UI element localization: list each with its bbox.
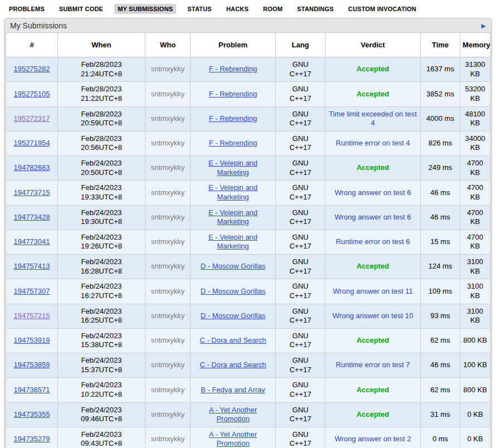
cell-problem: F - Rebrending xyxy=(191,131,276,155)
user-handle[interactable]: sntmxykky xyxy=(151,163,185,172)
submission-id-link[interactable]: 195272317 xyxy=(13,114,50,123)
verdict-label: Accepted xyxy=(357,336,390,344)
language-label: GNU C++17 xyxy=(288,356,313,374)
problem-link[interactable]: F - Rebrending xyxy=(209,90,257,98)
cell-lang: GNU C++17 xyxy=(276,57,325,82)
exec-time: 1637 ms xyxy=(426,65,454,73)
submission-id-link[interactable]: 194753859 xyxy=(13,361,50,369)
cell-when: Feb/28/202321:22UTC+8 xyxy=(58,82,145,106)
problem-link[interactable]: F - Rebrending xyxy=(209,65,257,73)
problem-link[interactable]: A - Yet Another Promotion xyxy=(209,430,257,448)
submission-id-link[interactable]: 194757307 xyxy=(13,287,50,295)
table-header-row: #WhenWhoProblemLangVerdictTimeMemory xyxy=(6,33,490,57)
user-handle[interactable]: sntmxykky xyxy=(151,435,185,443)
nav-item-problems[interactable]: PROBLEMS xyxy=(6,4,48,14)
problem-link[interactable]: B - Fedya and Array xyxy=(201,386,265,394)
exec-time: 109 ms xyxy=(429,287,453,295)
user-handle[interactable]: sntmxykky xyxy=(151,90,185,98)
submission-id-link[interactable]: 195275105 xyxy=(13,90,50,98)
problem-link[interactable]: E - Velepin and Marketing xyxy=(208,159,257,177)
user-handle[interactable]: sntmxykky xyxy=(151,410,185,418)
submission-row: 195275282Feb/28/202321:24UTC+8sntmxykkyF… xyxy=(6,57,490,82)
submission-id-link[interactable]: 194757215 xyxy=(13,311,50,320)
cell-who: sntmxykky xyxy=(145,427,191,448)
problem-link[interactable]: C - Dora and Search xyxy=(200,336,266,344)
cell-who: sntmxykky xyxy=(145,106,191,131)
cell-time: 15 ms xyxy=(421,230,460,254)
problem-link[interactable]: F - Rebrending xyxy=(209,114,257,123)
cell-id: 194773041 xyxy=(6,230,58,254)
submission-id-link[interactable]: 194735279 xyxy=(13,435,50,443)
user-handle[interactable]: sntmxykky xyxy=(151,237,185,246)
cell-when: Feb/24/202309:43UTC+8 xyxy=(58,427,145,448)
submission-id-link[interactable]: 194753919 xyxy=(13,336,50,344)
cell-time: 46 ms xyxy=(421,353,460,378)
cell-time: 62 ms xyxy=(421,328,460,353)
user-handle[interactable]: sntmxykky xyxy=(151,386,185,394)
user-handle[interactable]: sntmxykky xyxy=(151,361,185,369)
user-handle[interactable]: sntmxykky xyxy=(151,188,185,197)
verdict-label: Accepted xyxy=(357,410,390,418)
user-handle[interactable]: sntmxykky xyxy=(151,139,185,147)
nav-item-submit-code[interactable]: SUBMIT CODE xyxy=(56,4,106,14)
problem-link[interactable]: D - Moscow Gorillas xyxy=(201,311,265,320)
problem-link[interactable]: D - Moscow Gorillas xyxy=(201,262,265,270)
problem-link[interactable]: E - Velepin and Marketing xyxy=(208,183,257,201)
exec-time: 62 ms xyxy=(430,336,450,344)
user-handle[interactable]: sntmxykky xyxy=(151,213,185,221)
cell-id: 194782683 xyxy=(6,156,58,181)
cell-lang: GNU C++17 xyxy=(276,353,325,378)
cell-problem: D - Moscow Gorillas xyxy=(191,304,276,328)
cell-lang: GNU C++17 xyxy=(276,230,325,254)
language-label: GNU C++17 xyxy=(288,282,313,300)
cell-problem: A - Yet Another Promotion xyxy=(191,402,276,427)
problem-link[interactable]: E - Velepin and Marketing xyxy=(208,233,257,251)
user-handle[interactable]: sntmxykky xyxy=(151,114,185,123)
submission-id-link[interactable]: 194773428 xyxy=(13,213,50,221)
submission-id-link[interactable]: 194773715 xyxy=(13,188,50,197)
nav-item-status[interactable]: STATUS xyxy=(184,4,215,14)
submission-date: Feb/28/2023 xyxy=(60,110,143,119)
submission-row: 194735279Feb/24/202309:43UTC+8sntmxykkyA… xyxy=(6,427,490,448)
cell-verdict: Runtime error on test 7 xyxy=(325,353,421,378)
submission-id-link[interactable]: 194735355 xyxy=(13,410,50,418)
nav-item-room[interactable]: ROOM xyxy=(260,4,286,14)
problem-link[interactable]: E - Velepin and Marketing xyxy=(208,208,257,226)
submission-id-link[interactable]: 194736571 xyxy=(13,386,50,394)
submission-id-link[interactable]: 194757413 xyxy=(13,262,50,270)
user-handle[interactable]: sntmxykky xyxy=(151,287,185,295)
cell-lang: GNU C++17 xyxy=(276,279,325,304)
problem-link[interactable]: D - Moscow Gorillas xyxy=(201,287,265,295)
memory-used: 3100 KB xyxy=(467,307,483,325)
cell-verdict: Accepted xyxy=(325,255,421,279)
cell-lang: GNU C++17 xyxy=(276,328,325,353)
submission-date: Feb/24/2023 xyxy=(60,307,143,316)
user-handle[interactable]: sntmxykky xyxy=(151,65,185,73)
submission-date: Feb/24/2023 xyxy=(60,183,143,193)
cell-time: 0 ms xyxy=(421,427,460,448)
cell-time: 826 ms xyxy=(421,131,460,155)
language-label: GNU C++17 xyxy=(288,233,313,251)
submission-id-link[interactable]: 194773041 xyxy=(13,237,50,246)
submission-id-link[interactable]: 195275282 xyxy=(13,65,50,73)
submission-id-link[interactable]: 195271954 xyxy=(13,139,50,147)
user-handle[interactable]: sntmxykky xyxy=(151,336,185,344)
problem-link[interactable]: C - Dora and Search xyxy=(200,361,266,369)
submission-id-link[interactable]: 194782683 xyxy=(13,163,50,172)
cell-problem: E - Velepin and Marketing xyxy=(191,156,276,181)
problem-link[interactable]: F - Rebrending xyxy=(209,139,257,147)
cell-who: sntmxykky xyxy=(145,353,191,378)
verdict-label: Wrong answer on test 10 xyxy=(333,311,413,320)
nav-item-standings[interactable]: STANDINGS xyxy=(294,4,337,14)
nav-item-hacks[interactable]: HACKS xyxy=(223,4,252,14)
user-handle[interactable]: sntmxykky xyxy=(151,311,185,320)
collapse-arrow-icon[interactable]: ▶ xyxy=(482,22,486,30)
user-handle[interactable]: sntmxykky xyxy=(151,262,185,270)
nav-item-custom-invocation[interactable]: CUSTOM INVOCATION xyxy=(345,4,420,14)
verdict-label: Runtime error on test 7 xyxy=(336,361,410,369)
cell-verdict: Accepted xyxy=(325,402,421,427)
verdict-label: Accepted xyxy=(357,65,390,73)
memory-used: 53200 KB xyxy=(465,85,485,103)
nav-item-my-submissions[interactable]: MY SUBMISSIONS xyxy=(114,4,176,14)
problem-link[interactable]: A - Yet Another Promotion xyxy=(209,406,257,423)
